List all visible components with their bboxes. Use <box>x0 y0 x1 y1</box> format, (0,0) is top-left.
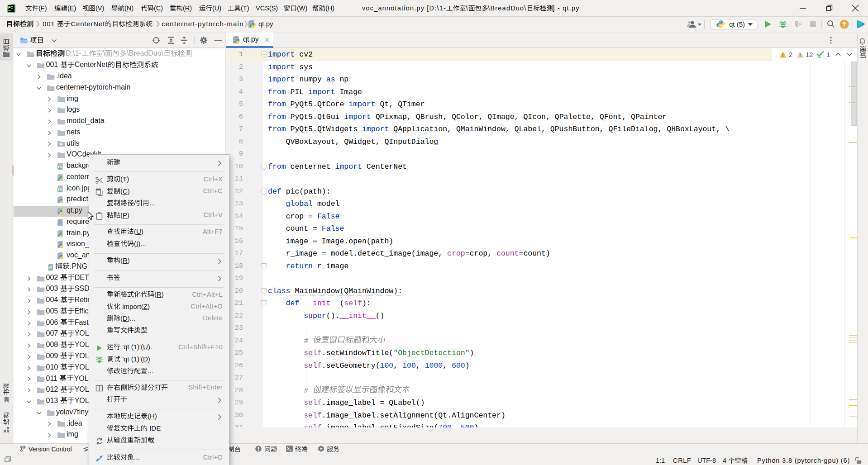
svg-text:PC: PC <box>8 5 13 9</box>
